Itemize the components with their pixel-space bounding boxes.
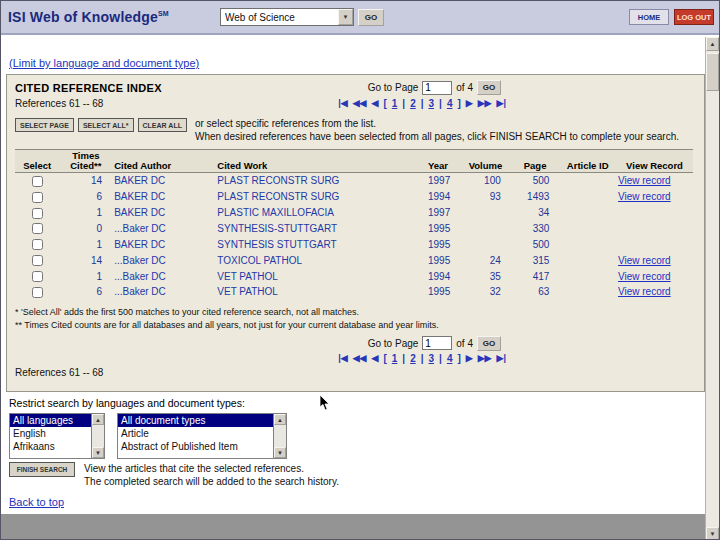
first-page-icon[interactable]: |◀: [338, 353, 347, 363]
scrollbar-up-icon[interactable]: ▲: [706, 37, 719, 51]
volume-value: [460, 236, 511, 252]
clear-all-button[interactable]: CLEAR ALL: [138, 118, 187, 132]
forward-ten-pages-icon[interactable]: ▶▶: [478, 353, 492, 363]
page-link-2[interactable]: 2: [410, 353, 416, 364]
select-page-button[interactable]: SELECT PAGE: [15, 118, 74, 132]
cited-author-link[interactable]: ...Baker DC: [114, 271, 166, 282]
row-select-checkbox[interactable]: [32, 223, 43, 234]
cited-author-link[interactable]: ...Baker DC: [114, 223, 166, 234]
cited-author-link[interactable]: ...Baker DC: [114, 286, 166, 297]
year-value: 1997: [416, 173, 461, 189]
col-header-volume: Volume: [460, 150, 511, 173]
times-cited-value: 1: [60, 205, 113, 221]
last-page-icon[interactable]: ▶|: [497, 353, 506, 363]
back-ten-pages-icon[interactable]: ◀◀: [353, 353, 367, 363]
scroll-down-icon[interactable]: ▼: [274, 447, 286, 458]
cited-work-link[interactable]: VET PATHOL: [217, 271, 278, 282]
cited-work-link[interactable]: PLAST RECONSTR SURG: [217, 175, 339, 186]
doctype-option[interactable]: All document types: [118, 414, 273, 427]
goto-page-go-button[interactable]: GO: [477, 80, 501, 95]
cited-work-link[interactable]: PLASTIC MAXILLOFACIA: [217, 207, 334, 218]
back-to-top-link[interactable]: Back to top: [9, 496, 64, 508]
goto-page-of-text: of 4: [456, 82, 473, 93]
pagination-separator: |: [421, 353, 424, 364]
listbox-scrollbar[interactable]: ▲ ▼: [91, 414, 104, 458]
goto-page-input[interactable]: [422, 336, 452, 350]
home-button[interactable]: HOME: [629, 9, 669, 25]
row-select-checkbox[interactable]: [32, 208, 43, 219]
page-link-2[interactable]: 2: [410, 98, 416, 109]
page-value: 63: [511, 284, 560, 300]
first-page-icon[interactable]: |◀: [338, 98, 347, 108]
back-ten-pages-icon[interactable]: ◀◀: [353, 98, 367, 108]
language-option[interactable]: All languages: [10, 414, 91, 427]
previous-page-icon[interactable]: ◀: [371, 353, 378, 363]
chevron-down-icon[interactable]: ▼: [338, 9, 353, 25]
listbox-scrollbar[interactable]: ▲ ▼: [273, 414, 286, 458]
pagination-bracket-close: ]: [457, 98, 460, 109]
article-id-value: [559, 221, 616, 237]
view-record-link[interactable]: View record: [618, 286, 671, 297]
scrollbar-down-icon[interactable]: ▼: [706, 527, 719, 540]
cited-work-link[interactable]: SYNTHESIS-STUTTGART: [217, 223, 337, 234]
pagination-separator: |: [421, 98, 424, 109]
view-record-link[interactable]: View record: [618, 175, 671, 186]
product-go-button[interactable]: GO: [358, 9, 384, 26]
scroll-up-icon[interactable]: ▲: [274, 414, 286, 425]
page-link-4[interactable]: 4: [447, 353, 453, 364]
row-select-checkbox[interactable]: [32, 255, 43, 266]
footnote-select-all: * 'Select All' adds the first 500 matche…: [15, 307, 696, 317]
row-select-checkbox[interactable]: [32, 287, 43, 298]
row-select-checkbox[interactable]: [32, 192, 43, 203]
cited-work-link[interactable]: TOXICOL PATHOL: [217, 255, 302, 266]
view-record-link[interactable]: View record: [618, 255, 671, 266]
doctype-option[interactable]: Abstract of Published Item: [118, 440, 273, 453]
year-value: 1995: [416, 236, 461, 252]
goto-page-input[interactable]: [422, 81, 452, 95]
cited-author-link[interactable]: BAKER DC: [114, 239, 165, 250]
cited-author-link[interactable]: BAKER DC: [114, 191, 165, 202]
cited-work-link[interactable]: PLAST RECONSTR SURG: [217, 191, 339, 202]
scrollbar-track[interactable]: [92, 425, 104, 447]
goto-page-go-button[interactable]: GO: [477, 336, 501, 351]
limit-language-doctype-link[interactable]: (Limit by language and document type): [9, 57, 199, 69]
forward-ten-pages-icon[interactable]: ▶▶: [478, 98, 492, 108]
view-record-link[interactable]: View record: [618, 271, 671, 282]
product-dropdown[interactable]: Web of Science ▼: [220, 8, 354, 26]
row-select-checkbox[interactable]: [32, 239, 43, 250]
doctypes-listbox[interactable]: All document types Article Abstract of P…: [117, 413, 287, 459]
cited-author-link[interactable]: BAKER DC: [114, 175, 165, 186]
cited-reference-index-panel: CITED REFERENCE INDEX Go to Page of 4 GO…: [6, 74, 705, 392]
doctype-option[interactable]: Article: [118, 427, 273, 440]
previous-page-icon[interactable]: ◀: [371, 98, 378, 108]
next-page-icon[interactable]: ▶: [466, 353, 473, 363]
scroll-down-icon[interactable]: ▼: [92, 447, 104, 458]
row-select-checkbox[interactable]: [32, 271, 43, 282]
vertical-scrollbar[interactable]: ▲ ▼: [705, 37, 719, 540]
logo-sm-mark: SM: [158, 10, 169, 17]
language-option[interactable]: Afrikaans: [10, 440, 91, 453]
page-link-3[interactable]: 3: [429, 353, 435, 364]
view-record-link[interactable]: View record: [618, 191, 671, 202]
scroll-up-icon[interactable]: ▲: [92, 414, 104, 425]
page-link-1[interactable]: 1: [392, 353, 398, 364]
scrollbar-track[interactable]: [274, 425, 286, 447]
languages-listbox[interactable]: All languages English Afrikaans ▲ ▼: [9, 413, 105, 459]
logout-button[interactable]: LOG OUT: [674, 9, 714, 25]
page-link-4[interactable]: 4: [447, 98, 453, 109]
next-page-icon[interactable]: ▶: [466, 98, 473, 108]
cited-work-link[interactable]: SYNTHESIS STUTTGART: [217, 239, 336, 250]
cited-author-link[interactable]: BAKER DC: [114, 207, 165, 218]
finish-search-button[interactable]: FINISH SEARCH: [9, 462, 75, 477]
row-select-checkbox[interactable]: [32, 176, 43, 187]
page-link-3[interactable]: 3: [429, 98, 435, 109]
cited-work-link[interactable]: VET PATHOL: [217, 286, 278, 297]
cited-author-link[interactable]: ...Baker DC: [114, 255, 166, 266]
page-value: 330: [511, 221, 560, 237]
language-option[interactable]: English: [10, 427, 91, 440]
col-header-cited-work: Cited Work: [215, 150, 415, 173]
last-page-icon[interactable]: ▶|: [497, 98, 506, 108]
scrollbar-thumb[interactable]: [706, 53, 719, 91]
page-link-1[interactable]: 1: [392, 98, 398, 109]
select-all-button[interactable]: SELECT ALL*: [78, 118, 134, 132]
